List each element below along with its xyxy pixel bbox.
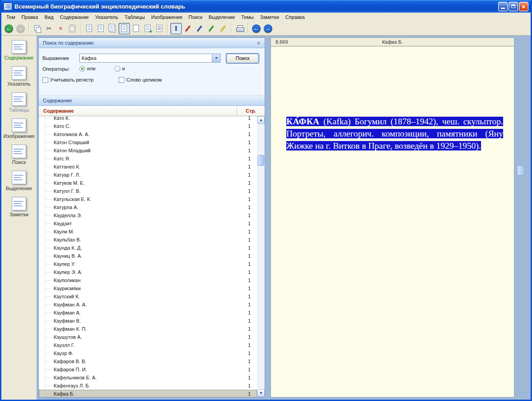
contents-row[interactable]: Кауфман А.1 bbox=[39, 309, 257, 317]
menu-item-Содержание[interactable]: Содержание bbox=[57, 14, 92, 21]
menu-item-Справка[interactable]: Справка bbox=[282, 14, 308, 21]
contents-row[interactable]: Кауниц В. А.1 bbox=[39, 252, 257, 260]
contents-row[interactable]: Кафка Б.1 bbox=[39, 390, 257, 397]
contents-row[interactable]: Кауфман К. П.1 bbox=[39, 325, 257, 333]
sidebar-item-tables[interactable]: Таблицы bbox=[9, 92, 29, 113]
view-single-page-button[interactable] bbox=[83, 23, 95, 34]
view-blank-page-button[interactable] bbox=[130, 23, 142, 34]
sidebar-item-contents[interactable]: Содержание bbox=[5, 40, 33, 60]
sidebar-item-index[interactable]: Указатель bbox=[7, 66, 30, 87]
contents-row[interactable]: Кауделла Э.1 bbox=[39, 211, 257, 219]
delete-button[interactable]: × bbox=[55, 23, 66, 34]
operator-option-и[interactable]: и bbox=[115, 66, 125, 72]
pen-red-button[interactable] bbox=[182, 23, 193, 34]
menu-item-Вид[interactable]: Вид bbox=[41, 14, 57, 21]
menu-item-Изображения[interactable]: Изображения bbox=[148, 14, 185, 21]
maximize-button[interactable] bbox=[509, 2, 518, 11]
contents-row[interactable]: Каутский К.1 bbox=[39, 292, 257, 301]
contents-row[interactable]: Кауэлл Г.1 bbox=[39, 341, 257, 349]
contents-row[interactable]: Кауфман А. А.1 bbox=[39, 301, 257, 309]
sidebar-item-search[interactable]: Поиск bbox=[12, 145, 26, 165]
checkbox-option[interactable]: Учитывать регистр bbox=[42, 77, 93, 83]
search-button[interactable]: Поиск bbox=[226, 53, 259, 64]
contents-row[interactable]: Каули М.1 bbox=[39, 228, 257, 236]
copy-button[interactable] bbox=[32, 23, 43, 34]
view-two-pages-button[interactable] bbox=[107, 23, 118, 34]
radio-icon[interactable] bbox=[79, 66, 85, 72]
nav-forward-button[interactable]: → bbox=[262, 23, 274, 34]
contents-row[interactable]: Каурисмяки1 bbox=[39, 284, 257, 292]
menu-item-Указатель[interactable]: Указатель bbox=[92, 14, 121, 21]
combobox-dropdown-button[interactable] bbox=[212, 54, 220, 62]
pen-yellow-button[interactable] bbox=[217, 23, 229, 34]
menu-item-Правка[interactable]: Правка bbox=[18, 14, 41, 21]
expression-label: Выражение bbox=[42, 55, 79, 61]
contents-scrollbar[interactable] bbox=[257, 116, 265, 397]
sidebar-item-images[interactable]: Изображения bbox=[3, 118, 34, 139]
contents-row[interactable]: Каунда К. Д.1 bbox=[39, 244, 257, 252]
contents-row[interactable]: Кафельников Е. А.1 bbox=[39, 374, 257, 382]
history-back-button[interactable]: ← bbox=[3, 23, 14, 34]
menu-item-Поиск[interactable]: Поиск bbox=[185, 14, 205, 21]
close-button[interactable]: × bbox=[519, 2, 528, 11]
contents-row[interactable]: Като С.1 bbox=[39, 122, 257, 130]
document-scrollbar-thumb[interactable] bbox=[517, 165, 524, 175]
contents-row[interactable]: Католиков А. А.1 bbox=[39, 130, 257, 138]
scroll-up-button[interactable] bbox=[257, 116, 265, 124]
contents-row[interactable]: Каульбах В.1 bbox=[39, 236, 257, 244]
column-page-header[interactable]: Стр. bbox=[237, 106, 265, 116]
radio-icon[interactable] bbox=[115, 66, 120, 72]
minimize-button[interactable] bbox=[498, 2, 508, 11]
contents-row[interactable]: Каупер У.1 bbox=[39, 260, 257, 268]
contents-row[interactable]: Кауполикан1 bbox=[39, 276, 257, 284]
view-page-list-button[interactable] bbox=[154, 23, 165, 34]
contents-row[interactable]: Каупер Э. А.1 bbox=[39, 268, 257, 276]
contents-row[interactable]: Каушутов А.1 bbox=[39, 333, 257, 341]
sidebar-item-notes[interactable]: Заметки bbox=[9, 197, 28, 217]
menu-item-Темы[interactable]: Темы bbox=[238, 14, 257, 21]
checkbox-option[interactable]: Слово целиком bbox=[119, 77, 162, 83]
pen-blue-button[interactable] bbox=[194, 23, 205, 34]
view-page-lines-button[interactable] bbox=[119, 23, 130, 34]
checkbox-icon[interactable] bbox=[119, 77, 124, 83]
contents-row[interactable]: Кафаров П. И.1 bbox=[39, 365, 257, 374]
column-name-header[interactable]: Содержание bbox=[39, 108, 237, 114]
contents-row[interactable]: Катон Старший1 bbox=[39, 138, 257, 146]
print-button[interactable] bbox=[234, 23, 245, 34]
contents-panel-header[interactable]: Содержание bbox=[39, 96, 265, 106]
contents-row[interactable]: Каттанео К.1 bbox=[39, 163, 257, 171]
nav-back-button[interactable]: ← bbox=[251, 23, 262, 34]
contents-row[interactable]: Каудзит1 bbox=[39, 219, 257, 228]
checkbox-icon[interactable] bbox=[42, 77, 48, 83]
text-cursor-button[interactable]: I bbox=[170, 23, 182, 34]
contents-row[interactable]: Катуар Г. Л.1 bbox=[39, 171, 257, 179]
scroll-down-button[interactable] bbox=[257, 389, 265, 397]
document-body[interactable]: КА́ФКА (Kafka) Богумил (1878–1942), чеш.… bbox=[271, 46, 514, 397]
contents-row[interactable]: Катулл Г. В.1 bbox=[39, 187, 257, 195]
view-text-page-button[interactable] bbox=[95, 23, 106, 34]
menu-item-Заметки[interactable]: Заметки bbox=[257, 14, 282, 21]
contents-row[interactable]: Катульская Е. К.1 bbox=[39, 195, 257, 203]
contents-row[interactable]: Катон Младший1 bbox=[39, 146, 257, 155]
cut-button[interactable]: ✂ bbox=[43, 23, 55, 34]
contents-row[interactable]: Катуков М. Е.1 bbox=[39, 179, 257, 187]
menu-item-Выделение[interactable]: Выделение bbox=[206, 14, 238, 21]
contents-row[interactable]: Катурла А.1 bbox=[39, 203, 257, 211]
sidebar-item-highlight[interactable]: Выделение bbox=[6, 171, 32, 191]
pen-green-button[interactable] bbox=[206, 23, 217, 34]
operator-option-или[interactable]: или bbox=[79, 66, 96, 72]
contents-scrollbar-thumb[interactable] bbox=[257, 155, 264, 166]
contents-row[interactable]: Кауэр Ф.1 bbox=[39, 349, 257, 357]
contents-row[interactable]: Кафаров В. В.1 bbox=[39, 357, 257, 365]
entry-page: 1 bbox=[228, 205, 257, 210]
contents-row[interactable]: Кауфман В.1 bbox=[39, 317, 257, 325]
contents-row[interactable]: Като К.1 bbox=[39, 116, 257, 122]
search-panel-header[interactable]: Поиск по содержанию « bbox=[39, 38, 265, 48]
menu-item-Таблицы[interactable]: Таблицы bbox=[121, 14, 148, 21]
collapse-chevron-icon[interactable]: « bbox=[256, 41, 262, 44]
view-add-page-button[interactable] bbox=[142, 23, 153, 34]
contents-row[interactable]: Катс Я.1 bbox=[39, 155, 257, 163]
expression-combobox[interactable]: Кафка bbox=[79, 54, 220, 63]
menu-item-Том[interactable]: Том bbox=[3, 14, 18, 21]
contents-row[interactable]: Кафенгауз Л. Б.1 bbox=[39, 382, 257, 390]
